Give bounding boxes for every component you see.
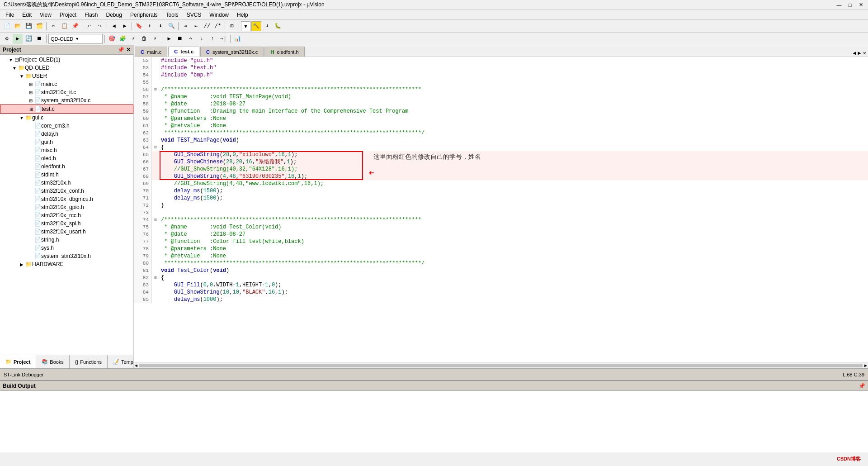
menu-peripherals[interactable]: Peripherals [127,11,161,19]
maximize-button[interactable]: □ [846,1,854,9]
tree-item-dbgmcu[interactable]: 📄 stm32f10x_dbgmcu.h [0,195,133,203]
save-all-button[interactable]: 🗂️ [34,21,44,31]
tree-item-oled[interactable]: 📄 oled.h [0,154,133,162]
tree-item-hardware[interactable]: ▶ 📁 HARDWARE [0,260,133,268]
debug-button[interactable]: 🐛 [273,21,283,31]
tree-item-qd-oled[interactable]: ▼ 📁 QD-OLED [0,64,133,72]
tab-books[interactable]: 📚 Books [36,355,70,368]
tree-item-stm32f10x-h[interactable]: 📄 stm32f10x.h [0,179,133,187]
tree-item-rcc[interactable]: 📄 stm32f10x_rcc.h [0,211,133,219]
tree-item-gui-h[interactable]: 📄 gui.h [0,138,133,146]
build-button[interactable]: 🔨 [251,21,261,31]
tree-item-stm32-it[interactable]: ⊞ 📄 stm32f10x_it.c [0,88,133,96]
load-button[interactable]: ⬇ [262,21,272,31]
stop-build-button[interactable]: ⏹ [34,34,44,44]
unindent-button[interactable]: ⇤ [191,21,201,31]
code-editor[interactable]: 52 #include "gui.h" 53 #include "test.h"… [134,57,868,362]
menu-view[interactable]: View [36,11,55,19]
tree-item-gpio[interactable]: 📄 stm32f10x_gpio.h [0,203,133,211]
undo-button[interactable]: ↩ [84,21,94,31]
tab-main-c[interactable]: C main.c [135,47,167,57]
project-panel-pin-button[interactable]: 📌 [118,47,124,53]
tree-item-string[interactable]: 📄 string.h [0,236,133,244]
menu-file[interactable]: File [2,11,18,19]
menu-project[interactable]: Project [56,11,80,19]
tab-templates[interactable]: 📝 Templates [108,355,133,368]
tab-project[interactable]: 📁 Project [0,355,36,368]
tree-item-delay[interactable]: 📄 delay.h [0,130,133,138]
tab-oledfont-h[interactable]: H oledfont.h [264,47,304,57]
minimize-button[interactable]: — [835,1,843,9]
comment-button[interactable]: // [202,21,212,31]
tree-item-test-c[interactable]: ⊞ 📄 test.c [0,105,133,114]
step-in-button[interactable]: ↓ [197,34,207,44]
redo-button[interactable]: ↪ [95,21,105,31]
build-output-pin-icon[interactable]: 📌 [859,383,865,389]
save-button[interactable]: 💾 [24,21,33,31]
view-config-button[interactable]: 📊 [232,34,242,44]
uncomment-button[interactable]: /* [213,21,223,31]
tree-item-system[interactable]: ⊞ 📄 system_stm32f10x.c [0,96,133,105]
forward-button[interactable]: ▶ [120,21,130,31]
tree-item-conf[interactable]: 📄 stm32f10x_conf.h [0,187,133,195]
flash-download-button[interactable]: ⚡ [150,34,160,44]
tree-item-main-c[interactable]: ⊞ 📄 main.c [0,80,133,88]
compile-button[interactable]: ▶ [13,34,23,44]
tree-item-stdint[interactable]: 📄 stdint.h [0,171,133,179]
run-to-cursor-button[interactable]: →| [218,34,228,44]
stop-debug-button[interactable]: ⏹ [175,34,185,44]
start-debug-button[interactable]: ▶ [164,34,174,44]
menu-debug[interactable]: Debug [103,11,126,19]
component-button[interactable]: 🧩 [118,34,127,44]
menu-svcs[interactable]: SVCS [183,11,205,19]
new-file-button[interactable]: 📄 [2,21,12,31]
clean-button[interactable]: 🗑 [139,34,149,44]
back-button[interactable]: ◀ [109,21,119,31]
tree-item-spi[interactable]: 📄 stm32f10x_spi.h [0,219,133,228]
bookmark-next-button[interactable]: ⬇ [156,21,165,31]
copy-button[interactable]: 📋 [59,21,69,31]
step-out-button[interactable]: ↑ [208,34,217,44]
tree-item-misc[interactable]: 📄 misc.h [0,146,133,154]
tree-item-gui-c[interactable]: ▼ 📁 gui.c [0,114,133,122]
menu-window[interactable]: Window [206,11,232,19]
qd-oled-dropdown[interactable]: QD-OLED ▼ [48,34,103,44]
tree-item-usart[interactable]: 📄 stm32f10x_usart.h [0,228,133,236]
tree-item-system-h[interactable]: 📄 system_stm32f10x.h [0,252,133,260]
menu-edit[interactable]: Edit [19,11,35,19]
bookmark-button[interactable]: 🔖 [134,21,144,31]
tree-item-root[interactable]: ▼ ⊟ Project: OLED(1) [0,56,133,64]
tab-functions[interactable]: {} Functions [70,355,108,368]
tree-item-sys[interactable]: 📄 sys.h [0,244,133,252]
menu-tools[interactable]: Tools [162,11,182,19]
bookmark-prev-button[interactable]: ⬆ [145,21,155,31]
project-panel-close-button[interactable]: ✕ [126,47,131,53]
build-output-content[interactable] [0,391,868,452]
snippet-button[interactable]: ⊞ [227,21,237,31]
horizontal-scrollbar[interactable]: ◀ ▶ [134,362,868,368]
tree-item-core-cm3[interactable]: 📄 core_cm3.h [0,122,133,130]
paste-button[interactable]: 📌 [70,21,80,31]
step-over-button[interactable]: ↷ [186,34,196,44]
menu-flash[interactable]: Flash [81,11,101,19]
find-button[interactable]: 🔍 [166,21,176,31]
tree-item-oledfont[interactable]: 📄 oledfont.h [0,162,133,171]
project-settings-button[interactable]: ⚙ [2,34,12,44]
tree-item-user[interactable]: ▼ 📁 USER [0,72,133,80]
target-options-button[interactable]: 🎯 [107,34,117,44]
tab-scroll-left-icon[interactable]: ◀ [853,50,856,57]
tab-system-stm32[interactable]: C system_stm32f10x.c [200,47,264,57]
event-button[interactable]: ⚡ [128,34,138,44]
close-button[interactable]: ✕ [857,1,864,9]
menu-help[interactable]: Help [233,11,252,19]
open-button[interactable]: 📂 [13,21,23,31]
hscroll-right-button[interactable]: ▶ [864,363,867,368]
tab-test-c[interactable]: C test.c [168,47,199,57]
hscroll-thumb[interactable] [139,364,863,367]
indent-button[interactable]: ⇥ [180,21,190,31]
target-dropdown[interactable]: ▼ [241,21,250,31]
tab-close-icon[interactable]: ✕ [863,50,866,57]
cut-button[interactable]: ✂ [48,21,58,31]
hscroll-left-button[interactable]: ◀ [135,363,137,368]
rebuild-button[interactable]: 🔄 [24,34,33,44]
